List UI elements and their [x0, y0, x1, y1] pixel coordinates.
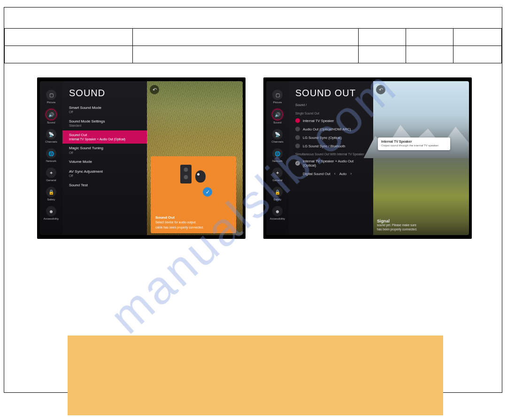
check-icon: ✓: [203, 187, 212, 197]
sidebar-item-network[interactable]: 🌐Network: [272, 148, 283, 162]
picture-icon: ▢: [272, 90, 283, 100]
chevron-left-icon[interactable]: ‹: [334, 171, 336, 176]
general-icon: ✦: [272, 168, 283, 178]
page-frame: ▢Picture 🔊Sound 📡Channels 🌐Network ✦Gene…: [4, 7, 502, 393]
option-internal-plus-optical[interactable]: ✓Internal TV Speaker + Audio Out (Optica…: [289, 157, 373, 169]
radio-icon: [295, 127, 300, 131]
breadcrumb: Sound /: [289, 103, 373, 109]
radio-selected-icon: [295, 118, 300, 123]
sound-out-menu: SOUND OUT Sound / Single Sound Out Inter…: [289, 81, 373, 235]
back-button[interactable]: ↶: [376, 85, 385, 94]
sound-out-info-card: ✓ Sound Out Select device for audio outp…: [151, 156, 236, 233]
radio-icon: [295, 135, 300, 140]
sidebar-item-accessibility[interactable]: ☻Accessibility: [44, 206, 59, 220]
sidebar-item-picture[interactable]: ▢Picture: [272, 90, 283, 104]
menu-av-sync[interactable]: AV Sync AdjustmentOff: [62, 167, 147, 181]
radio-icon: [295, 144, 300, 148]
option-audio-out-optical[interactable]: Audio Out (Optical/HDMI ARC): [289, 125, 373, 133]
sound-icon: 🔊: [272, 109, 283, 120]
chevron-right-icon[interactable]: ›: [350, 171, 352, 176]
safety-icon: 🔒: [272, 187, 283, 197]
settings-sidebar: ▢Picture 🔊Sound 📡Channels 🌐Network ✦Gene…: [40, 81, 62, 235]
sidebar-item-channels[interactable]: 📡Channels: [45, 129, 57, 143]
header-table: [4, 8, 502, 63]
back-button[interactable]: ↶: [150, 85, 159, 94]
preview-image: ↶ ✓ Sound Out Select device for audio ou…: [147, 81, 243, 235]
menu-sound-mode-settings[interactable]: Sound Mode SettingsStandard: [62, 117, 147, 130]
tooltip-internal-speaker: Internal TV Speaker Output sound through…: [378, 137, 450, 150]
signal-overlay: Signal sound yet. Please make sure has b…: [377, 219, 462, 231]
sidebar-item-sound[interactable]: 🔊Sound: [272, 109, 283, 124]
sound-icon: 🔊: [46, 109, 57, 120]
sidebar-item-accessibility[interactable]: ☻Accessibility: [270, 206, 285, 220]
section-header: Single Sound Out: [289, 109, 373, 116]
picture-icon: ▢: [46, 90, 56, 100]
screenshot-sound-out-menu: ▢Picture 🔊Sound 📡Channels 🌐Network ✦Gene…: [263, 77, 472, 239]
accessibility-icon: ☻: [272, 206, 283, 216]
option-lg-sound-sync-optical[interactable]: LG Sound Sync (Optical): [289, 133, 373, 142]
menu-sound-out[interactable]: Sound OutInternal TV Speaker + Audio Out…: [62, 130, 147, 144]
mascot-icon: [195, 170, 206, 183]
menu-sound-test[interactable]: Sound Test: [62, 181, 147, 190]
channels-icon: 📡: [272, 129, 283, 139]
menu-smart-sound-mode[interactable]: Smart Sound ModeOff: [62, 103, 147, 117]
network-icon: 🌐: [272, 148, 283, 159]
speaker-icon: [180, 165, 192, 183]
accessibility-icon: ☻: [46, 206, 56, 216]
sound-menu: SOUND Smart Sound ModeOff Sound Mode Set…: [62, 81, 147, 235]
page-title: SOUND: [62, 86, 147, 103]
channels-icon: 📡: [46, 129, 56, 139]
sidebar-item-safety[interactable]: 🔒Safety: [272, 187, 283, 201]
menu-magic-sound-tuning[interactable]: Magic Sound TuningOff: [62, 144, 147, 157]
safety-icon: 🔒: [46, 187, 56, 197]
general-icon: ✦: [46, 168, 56, 178]
preview-image: ↶ Internal TV Speaker Output sound throu…: [373, 81, 469, 235]
option-lg-sound-sync-bluetooth[interactable]: LG Sound Sync / Bluetooth: [289, 142, 373, 150]
sidebar-item-sound[interactable]: 🔊Sound: [46, 109, 57, 124]
network-icon: 🌐: [46, 148, 56, 159]
sidebar-item-general[interactable]: ✦General: [272, 168, 283, 182]
sidebar-item-picture[interactable]: ▢Picture: [46, 90, 56, 104]
sidebar-item-safety[interactable]: 🔒Safety: [46, 187, 56, 201]
content-area: ▢Picture 🔊Sound 📡Channels 🌐Network ✦Gene…: [4, 63, 502, 387]
sidebar-item-channels[interactable]: 📡Channels: [271, 129, 283, 143]
page-title: SOUND OUT: [289, 86, 373, 103]
settings-sidebar: ▢Picture 🔊Sound 📡Channels 🌐Network ✦Gene…: [266, 81, 289, 235]
option-internal-speaker[interactable]: Internal TV Speaker: [289, 116, 373, 125]
check-icon: ✓: [295, 161, 300, 166]
screenshot-sound-menu: ▢Picture 🔊Sound 📡Channels 🌐Network ✦Gene…: [37, 77, 246, 239]
menu-volume-mode[interactable]: Volume Mode: [62, 157, 147, 167]
sidebar-item-general[interactable]: ✦General: [46, 168, 56, 182]
sidebar-item-network[interactable]: 🌐Network: [46, 148, 56, 162]
digital-sound-out-picker[interactable]: Digital Sound Out ‹ Auto ›: [289, 169, 373, 178]
highlight-box: [68, 336, 443, 415]
section-header: Simultaneous Sound Out With Internal TV …: [289, 150, 373, 157]
